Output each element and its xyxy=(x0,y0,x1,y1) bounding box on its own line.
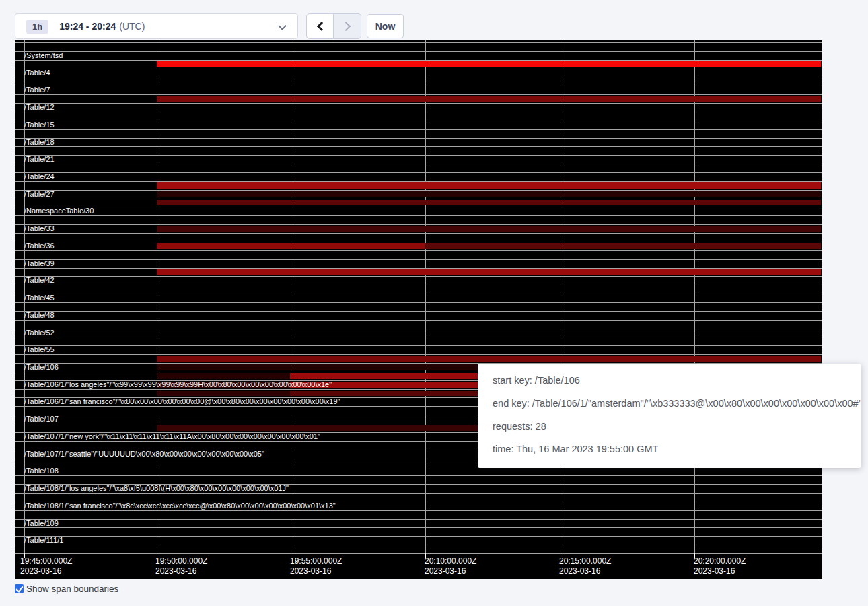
span-label: /Table/55 xyxy=(15,345,486,354)
span-label: /Table/7 xyxy=(15,86,486,94)
range-time-text: 19:24 - 20:24 xyxy=(59,21,116,32)
span-boundary-line xyxy=(15,233,822,234)
span-boundary-line xyxy=(15,510,822,511)
span-label: /Table/107/1/"seattle"/"UUUUUUD\x00\x80\… xyxy=(15,450,486,459)
span-label: /Table/111/1 xyxy=(15,536,486,545)
tooltip-requests: requests: 28 xyxy=(493,415,861,438)
span-label: /Table/21 xyxy=(15,155,486,164)
range-timezone-text: (UTC) xyxy=(119,21,145,32)
span-label: /Table/107/1/"new york"/"\x11\x11\x11\x1… xyxy=(15,432,486,441)
span-label: /Table/24 xyxy=(15,172,486,181)
span-label: /Table/27 xyxy=(15,190,486,199)
span-boundary-line xyxy=(15,320,822,321)
span-label: /Table/52 xyxy=(15,329,486,337)
span-boundary-line xyxy=(15,146,822,147)
heat-band[interactable] xyxy=(157,391,290,397)
span-label: /Table/106 xyxy=(15,363,486,372)
time-gridline xyxy=(694,40,695,553)
span-label: /Table/108 xyxy=(15,467,486,475)
show-span-boundaries-checkbox[interactable] xyxy=(15,584,24,593)
time-range-selector[interactable]: 1h 19:24 - 20:24 (UTC) xyxy=(15,13,298,39)
span-boundary-line xyxy=(15,60,822,61)
span-boundary-line xyxy=(15,545,822,545)
span-boundary-line xyxy=(15,354,822,355)
span-boundary-line xyxy=(15,337,822,337)
span-boundary-line xyxy=(15,181,822,182)
show-span-boundaries-label: Show span boundaries xyxy=(26,584,118,594)
axis-time-label: 20:10:00.000Z 2023-03-16 xyxy=(425,556,476,576)
span-label: /Table/15 xyxy=(15,121,486,129)
heat-band[interactable] xyxy=(157,269,821,275)
span-boundary-line xyxy=(15,164,822,164)
span-boundary-line xyxy=(15,553,822,554)
span-boundary-line xyxy=(15,527,822,528)
span-label: /NamespaceTable/30 xyxy=(15,207,486,215)
tooltip-end-key: end key: /Table/106/1/"amsterdam"/"\xb33… xyxy=(493,392,861,415)
span-boundary-line xyxy=(15,94,822,95)
span-label: /Table/33 xyxy=(15,224,486,233)
span-label: /Table/48 xyxy=(15,311,486,320)
heat-band[interactable] xyxy=(157,61,821,67)
heat-band[interactable] xyxy=(157,200,821,206)
heat-band[interactable] xyxy=(157,96,821,102)
axis-time-label: 19:55:00.000Z 2023-03-16 xyxy=(290,556,342,576)
span-boundary-line xyxy=(15,250,822,251)
span-boundary-line xyxy=(15,42,822,43)
chevron-right-icon xyxy=(341,22,351,31)
span-boundary-line xyxy=(15,112,822,112)
span-label: /Table/108/1/"san francisco"/"\x8c\xcc\x… xyxy=(15,502,486,510)
span-label: /Table/107 xyxy=(15,415,486,424)
span-boundary-line xyxy=(15,285,822,285)
time-nav-group xyxy=(306,13,361,39)
next-interval-button[interactable] xyxy=(334,13,361,39)
chevron-down-icon xyxy=(278,22,287,30)
span-label: /Table/45 xyxy=(15,294,486,302)
heat-band[interactable] xyxy=(157,182,821,189)
span-label: /Table/18 xyxy=(15,138,486,147)
span-boundary-line xyxy=(15,215,822,216)
span-label: /Table/12 xyxy=(15,103,486,112)
previous-interval-button[interactable] xyxy=(306,13,334,39)
span-label: /Table/36 xyxy=(15,242,486,250)
time-gridline xyxy=(560,40,560,553)
span-boundary-line xyxy=(15,493,822,494)
heat-band[interactable] xyxy=(157,356,821,362)
span-boundary-line xyxy=(15,129,822,130)
range-duration-badge: 1h xyxy=(26,20,48,34)
key-visualizer-page: 1h 19:24 - 20:24 (UTC) Now /System/tsd/T… xyxy=(0,0,868,606)
span-label: /System/tsd xyxy=(15,51,486,60)
span-label: /Table/106/1/"san francisco"/"\x80\x00\x… xyxy=(15,397,486,406)
span-boundary-line xyxy=(15,302,822,303)
span-boundary-line xyxy=(15,77,822,77)
now-button[interactable]: Now xyxy=(367,14,404,38)
span-label: /Table/109 xyxy=(15,519,486,528)
axis-time-label: 20:20:00.000Z 2023-03-16 xyxy=(694,556,746,576)
span-tooltip: start key: /Table/106 end key: /Table/10… xyxy=(478,364,861,468)
span-label: /Table/108/1/"los angeles"/"\xa8\xf5\u00… xyxy=(15,484,486,493)
axis-time-label: 19:45:00.000Z 2023-03-16 xyxy=(20,556,72,576)
span-label: /Table/4 xyxy=(15,69,486,77)
span-boundary-line xyxy=(15,199,822,199)
span-boundary-line xyxy=(15,475,822,476)
tooltip-start-key: start key: /Table/106 xyxy=(493,369,861,392)
axis-time-label: 20:15:00.000Z 2023-03-16 xyxy=(559,556,611,576)
heat-band[interactable] xyxy=(157,373,290,379)
span-boundaries-control: Show span boundaries xyxy=(15,584,118,594)
span-label: /Table/106/1/"los angeles"/"\x99\x99\x99… xyxy=(15,380,486,389)
span-boundary-line xyxy=(15,268,822,269)
span-label: /Table/39 xyxy=(15,259,486,268)
chevron-left-icon xyxy=(316,22,326,31)
axis-time-label: 19:50:00.000Z 2023-03-16 xyxy=(155,556,207,576)
span-label: /Table/42 xyxy=(15,276,486,285)
key-visualizer-heatmap[interactable]: /System/tsd/Table/4/Table/7/Table/12/Tab… xyxy=(15,40,822,579)
tooltip-time: time: Thu, 16 Mar 2023 19:55:00 GMT xyxy=(493,438,861,461)
